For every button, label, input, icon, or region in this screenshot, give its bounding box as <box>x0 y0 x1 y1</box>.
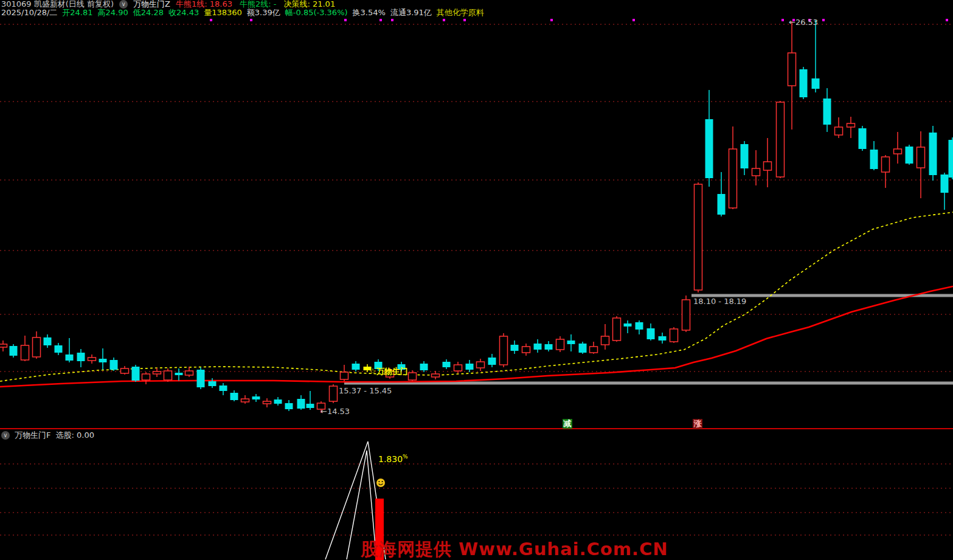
candle-up <box>185 371 193 375</box>
price-annotation: ←26.53 <box>789 18 818 27</box>
quote-line: 2025/10/28/二开24.81高24.90低24.28收24.43量138… <box>1 9 484 17</box>
candle-up <box>330 386 338 401</box>
candle-up <box>241 399 249 402</box>
magenta-dot <box>250 19 252 21</box>
spike-value-label: 1.830% <box>378 454 408 464</box>
watermark: 股海网提供 Www.Guhai.Com.CN <box>361 538 668 560</box>
chart-canvas[interactable] <box>0 0 953 560</box>
candle-up <box>21 345 29 360</box>
sub-indicator-name[interactable]: 万物生门F <box>15 430 50 441</box>
candle-up <box>764 162 772 170</box>
sub-indicator-value: 选股: 0.00 <box>55 430 94 441</box>
candle-up <box>835 127 843 135</box>
candle-up <box>263 401 271 404</box>
magenta-dot <box>210 19 212 21</box>
magenta-dot <box>822 19 825 21</box>
candle-up <box>121 368 129 373</box>
quote-field: 低24.28 <box>133 9 164 17</box>
candle-up <box>777 102 785 177</box>
price-annotation: ←14.53 <box>321 407 350 416</box>
candle-down <box>705 119 713 178</box>
quote-field: 其他化学原料 <box>437 9 484 17</box>
magenta-dot <box>344 19 347 21</box>
candle-down <box>230 393 238 400</box>
candle-down <box>110 360 118 370</box>
candle-down <box>859 128 867 149</box>
candle-down <box>55 345 63 353</box>
candle-down <box>906 147 913 164</box>
candle-up <box>153 372 161 374</box>
stock-title[interactable]: 301069 凯盛新材(日线 前复权) <box>1 0 114 9</box>
candle-down <box>949 140 953 178</box>
candle-down <box>941 175 949 193</box>
candle-up <box>788 53 796 86</box>
chevron-down-icon[interactable]: ∨ <box>1 431 10 440</box>
candle-down <box>297 399 305 409</box>
smiley-eye <box>378 481 379 482</box>
candle-up <box>590 347 598 353</box>
quote-field: 幅-0.85(-3.36%) <box>285 9 348 17</box>
candle-up <box>88 358 96 361</box>
indicator-name[interactable]: 万物生门Z <box>133 0 170 9</box>
candle-down <box>741 144 749 168</box>
candle-up <box>33 337 41 357</box>
candle-down <box>534 344 542 350</box>
candle-up <box>164 371 172 380</box>
candle-down <box>800 69 808 97</box>
magenta-dot <box>443 19 445 21</box>
trading-app-window: 301069 凯盛新材(日线 前复权) ∨ 万物生门Z 牛熊1线: 18.63牛… <box>0 0 953 560</box>
magenta-dot <box>463 19 466 21</box>
chevron-down-icon[interactable]: ∨ <box>119 0 128 9</box>
indicator-field: 牛熊2线: - <box>240 0 276 9</box>
magenta-dot <box>550 19 553 21</box>
candle-down <box>420 364 428 370</box>
candle-down <box>209 381 217 386</box>
quote-field: 换3.54% <box>353 9 386 17</box>
candle-up <box>432 374 440 377</box>
candle-down <box>579 344 587 353</box>
candle-down <box>659 336 667 340</box>
candle-down <box>77 353 85 361</box>
quote-field: 额3.39亿 <box>247 9 280 17</box>
candle-down <box>285 403 293 409</box>
candle-down <box>511 345 519 351</box>
candle-up <box>894 149 902 154</box>
candle-down <box>10 346 18 356</box>
gap-label: 15.37 - 15.45 <box>339 387 392 395</box>
candle-down <box>870 150 878 169</box>
candle-down <box>812 78 820 89</box>
magenta-dot <box>632 19 635 21</box>
signal-badge: 涨 <box>693 419 702 429</box>
candle-up <box>0 344 7 347</box>
sub-chart-header: ∨ 万物生门F 选股: 0.00 <box>1 430 94 441</box>
candle-down <box>175 373 183 375</box>
candle-up <box>752 168 760 176</box>
candle-up <box>695 184 702 290</box>
candle-up <box>601 336 609 345</box>
candle-down <box>647 328 655 339</box>
candle-up <box>670 329 678 342</box>
candle-down <box>66 354 74 361</box>
smiley-eye <box>382 481 383 482</box>
indicator-fields: 牛熊1线: 18.63牛熊2线: -决策线: 21.01 <box>176 0 335 9</box>
candle-up <box>454 365 462 371</box>
candle-down <box>99 359 107 362</box>
candle-down <box>252 396 260 399</box>
candle-up <box>613 318 621 340</box>
candle-down <box>44 337 52 345</box>
indicator-field: 牛熊1线: 18.63 <box>176 0 232 9</box>
candle-down <box>466 364 474 370</box>
quote-field: 2025/10/28/二 <box>1 9 57 17</box>
candle-down <box>567 340 575 344</box>
candle-up <box>522 347 530 353</box>
candle-down <box>220 385 227 391</box>
quote-field: 流通3.91亿 <box>390 9 432 17</box>
signal-badge: 减 <box>563 419 572 429</box>
candle-up <box>882 157 890 172</box>
candle-down <box>718 194 726 215</box>
candle-down <box>132 367 140 381</box>
quote-field: 量138360 <box>204 9 242 17</box>
candle-up <box>847 123 855 127</box>
candle-down <box>624 323 632 327</box>
indicator-field: 决策线: 21.01 <box>283 0 335 9</box>
